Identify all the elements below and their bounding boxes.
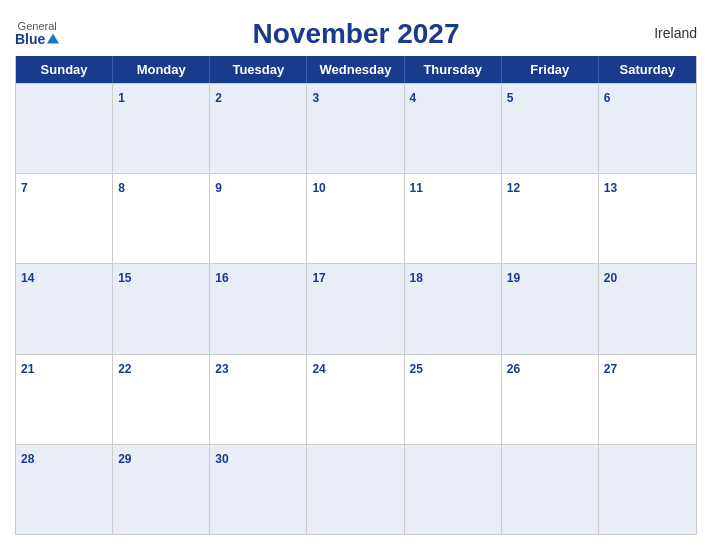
day-cell[interactable]: 22 [113,355,210,444]
logo: General Blue [15,21,59,46]
day-number: 25 [410,362,423,376]
week-row-4: 21222324252627 [16,354,696,444]
day-number: 30 [215,452,228,466]
day-number: 10 [312,181,325,195]
country-label: Ireland [654,25,697,41]
day-number: 26 [507,362,520,376]
day-cell[interactable]: 2 [210,84,307,173]
week-row-5: 282930 [16,444,696,534]
calendar-grid: Sunday Monday Tuesday Wednesday Thursday… [15,56,697,535]
day-number: 3 [312,91,319,105]
day-cell[interactable]: 12 [502,174,599,263]
day-cell[interactable]: 25 [405,355,502,444]
day-cell[interactable]: 13 [599,174,696,263]
day-number: 29 [118,452,131,466]
day-number: 15 [118,271,131,285]
day-cell[interactable] [405,445,502,534]
day-cell[interactable]: 4 [405,84,502,173]
day-headers-row: Sunday Monday Tuesday Wednesday Thursday… [16,56,696,83]
calendar-title: November 2027 [252,18,459,50]
day-cell[interactable]: 15 [113,264,210,353]
logo-triangle-icon [47,34,59,44]
day-cell[interactable]: 14 [16,264,113,353]
day-number: 11 [410,181,423,195]
day-cell[interactable] [16,84,113,173]
week-row-2: 78910111213 [16,173,696,263]
day-cell[interactable]: 18 [405,264,502,353]
day-number: 2 [215,91,222,105]
day-number: 17 [312,271,325,285]
day-number: 13 [604,181,617,195]
day-cell[interactable]: 23 [210,355,307,444]
day-cell[interactable]: 10 [307,174,404,263]
day-cell[interactable]: 5 [502,84,599,173]
day-cell[interactable] [599,445,696,534]
day-cell[interactable] [307,445,404,534]
day-cell[interactable]: 27 [599,355,696,444]
day-number: 19 [507,271,520,285]
header-saturday: Saturday [599,56,696,83]
week-row-1: 123456 [16,83,696,173]
day-number: 22 [118,362,131,376]
day-cell[interactable]: 6 [599,84,696,173]
day-cell[interactable]: 3 [307,84,404,173]
header-wednesday: Wednesday [307,56,404,83]
day-number: 12 [507,181,520,195]
day-cell[interactable]: 28 [16,445,113,534]
calendar-header: General Blue November 2027 Ireland [15,10,697,56]
logo-blue-text: Blue [15,32,59,46]
day-cell[interactable]: 30 [210,445,307,534]
day-number: 8 [118,181,125,195]
day-number: 9 [215,181,222,195]
day-cell[interactable]: 17 [307,264,404,353]
day-cell[interactable]: 24 [307,355,404,444]
day-cell[interactable] [502,445,599,534]
day-cell[interactable]: 21 [16,355,113,444]
day-number: 1 [118,91,125,105]
day-cell[interactable]: 1 [113,84,210,173]
day-cell[interactable]: 26 [502,355,599,444]
weeks-container: 1234567891011121314151617181920212223242… [16,83,696,534]
day-number: 7 [21,181,28,195]
header-tuesday: Tuesday [210,56,307,83]
header-thursday: Thursday [405,56,502,83]
day-number: 4 [410,91,417,105]
day-number: 24 [312,362,325,376]
day-cell[interactable]: 11 [405,174,502,263]
day-number: 21 [21,362,34,376]
day-number: 16 [215,271,228,285]
day-number: 20 [604,271,617,285]
day-number: 27 [604,362,617,376]
day-number: 28 [21,452,34,466]
day-number: 23 [215,362,228,376]
day-cell[interactable]: 19 [502,264,599,353]
day-cell[interactable]: 8 [113,174,210,263]
header-sunday: Sunday [16,56,113,83]
day-cell[interactable]: 7 [16,174,113,263]
day-number: 6 [604,91,611,105]
day-number: 5 [507,91,514,105]
header-friday: Friday [502,56,599,83]
day-cell[interactable]: 29 [113,445,210,534]
day-number: 18 [410,271,423,285]
week-row-3: 14151617181920 [16,263,696,353]
day-cell[interactable]: 20 [599,264,696,353]
day-number: 14 [21,271,34,285]
header-monday: Monday [113,56,210,83]
day-cell[interactable]: 16 [210,264,307,353]
day-cell[interactable]: 9 [210,174,307,263]
